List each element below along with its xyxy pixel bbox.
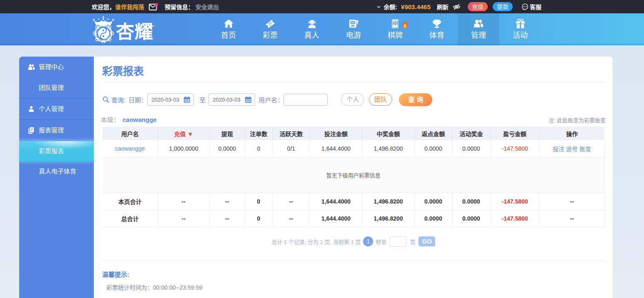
svg-text:中: 中 xyxy=(393,20,398,27)
